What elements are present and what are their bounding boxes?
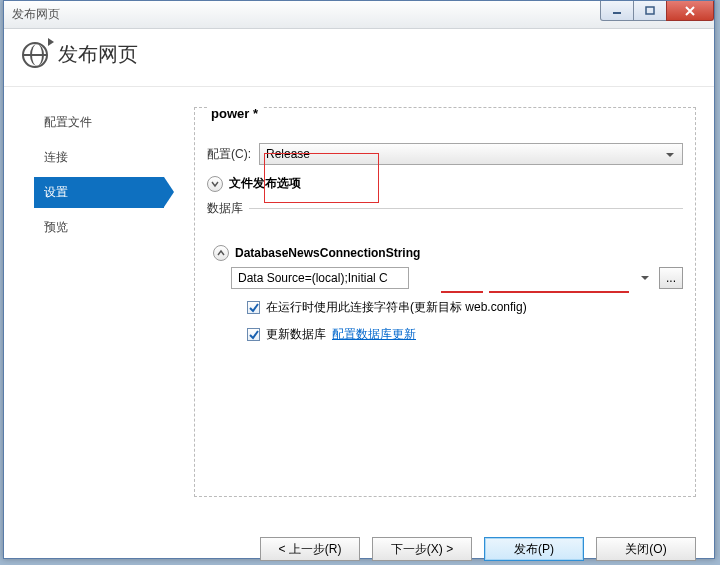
dropdown-arrow-icon bbox=[641, 276, 649, 280]
connection-string-expander[interactable]: DatabaseNewsConnectionString bbox=[213, 245, 683, 261]
wizard-sidebar: 配置文件 连接 设置 预览 bbox=[4, 87, 164, 527]
configuration-select[interactable]: Release bbox=[259, 143, 683, 165]
dialog-window: 发布网页 发布网页 配置文件 连接 设置 预览 power * bbox=[3, 0, 715, 559]
configuration-label: 配置(C): bbox=[207, 146, 251, 163]
prev-button[interactable]: < 上一步(R) bbox=[260, 537, 360, 561]
window-title: 发布网页 bbox=[12, 6, 60, 23]
checkmark-icon bbox=[249, 330, 259, 340]
connection-string-name: DatabaseNewsConnectionString bbox=[235, 246, 420, 260]
sidebar-item-settings[interactable]: 设置 bbox=[34, 177, 164, 208]
close-button[interactable]: 关闭(O) bbox=[596, 537, 696, 561]
configuration-value: Release bbox=[266, 147, 310, 161]
button-label: 发布(P) bbox=[514, 541, 554, 558]
next-button[interactable]: 下一步(X) > bbox=[372, 537, 472, 561]
dialog-header: 发布网页 bbox=[4, 29, 714, 87]
sidebar-item-preview[interactable]: 预览 bbox=[34, 212, 164, 243]
dialog-title: 发布网页 bbox=[58, 41, 138, 68]
chevron-up-icon bbox=[213, 245, 229, 261]
main-panel: power * 配置(C): Release 文件发布选项 数据库 bbox=[194, 107, 696, 497]
sidebar-item-label: 预览 bbox=[44, 220, 68, 234]
database-section-label: 数据库 bbox=[207, 200, 249, 217]
button-label: 下一步(X) > bbox=[391, 541, 453, 558]
chevron-down-icon bbox=[207, 176, 223, 192]
window-minimize-button[interactable] bbox=[600, 1, 634, 21]
database-section: 数据库 DatabaseNewsConnectionString ... bbox=[207, 200, 683, 343]
sidebar-item-label: 连接 bbox=[44, 150, 68, 164]
close-icon bbox=[684, 5, 696, 17]
configure-database-update-link[interactable]: 配置数据库更新 bbox=[332, 326, 416, 343]
sidebar-item-label: 设置 bbox=[44, 185, 68, 199]
file-publish-options-label: 文件发布选项 bbox=[229, 175, 301, 192]
sidebar-item-connection[interactable]: 连接 bbox=[34, 142, 164, 173]
globe-publish-icon bbox=[22, 42, 48, 68]
window-close-button[interactable] bbox=[666, 1, 714, 21]
connection-string-input[interactable] bbox=[231, 267, 409, 289]
configuration-row: 配置(C): Release bbox=[207, 143, 683, 165]
button-label: < 上一步(R) bbox=[279, 541, 342, 558]
svg-rect-1 bbox=[646, 7, 654, 14]
connection-string-row: ... bbox=[231, 267, 683, 289]
publish-button[interactable]: 发布(P) bbox=[484, 537, 584, 561]
sidebar-item-profile[interactable]: 配置文件 bbox=[34, 107, 164, 138]
title-bar[interactable]: 发布网页 bbox=[4, 1, 714, 29]
maximize-icon bbox=[645, 6, 655, 16]
highlight-underline bbox=[489, 291, 629, 293]
file-publish-options-expander[interactable]: 文件发布选项 bbox=[207, 175, 683, 192]
use-connection-runtime-label: 在运行时使用此连接字符串(更新目标 web.config) bbox=[266, 299, 527, 316]
sidebar-item-label: 配置文件 bbox=[44, 115, 92, 129]
highlight-underline bbox=[441, 291, 483, 293]
update-database-label: 更新数据库 bbox=[266, 326, 326, 343]
button-label: 关闭(O) bbox=[625, 541, 666, 558]
update-database-checkbox[interactable] bbox=[247, 328, 260, 341]
use-connection-runtime-row: 在运行时使用此连接字符串(更新目标 web.config) bbox=[247, 299, 683, 316]
dialog-footer: < 上一步(R) 下一步(X) > 发布(P) 关闭(O) bbox=[4, 527, 714, 561]
minimize-icon bbox=[612, 6, 622, 16]
use-connection-runtime-checkbox[interactable] bbox=[247, 301, 260, 314]
svg-rect-0 bbox=[613, 12, 621, 14]
browse-connection-button[interactable]: ... bbox=[659, 267, 683, 289]
ellipsis-icon: ... bbox=[666, 271, 676, 285]
checkmark-icon bbox=[249, 303, 259, 313]
update-database-row: 更新数据库 配置数据库更新 bbox=[247, 326, 683, 343]
project-name: power * bbox=[207, 106, 262, 121]
window-maximize-button[interactable] bbox=[633, 1, 667, 21]
connection-string-combo[interactable] bbox=[231, 267, 653, 289]
